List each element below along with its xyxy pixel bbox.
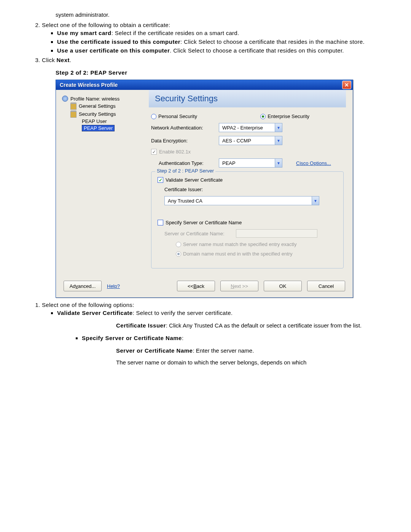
back-button[interactable]: << Back	[177, 281, 215, 291]
cert-options-list: Use my smart card: Select if the certifi…	[57, 29, 396, 54]
checkbox-unchecked-icon	[158, 220, 163, 225]
select-auth-type[interactable]: PEAP ▼	[219, 158, 282, 168]
instruction-item-2-text: Select one of the following to obtain a …	[42, 22, 170, 28]
tree-selected-item: PEAP Server	[82, 125, 115, 131]
dialog-titlebar[interactable]: Create Wireless Profile ✕	[56, 80, 353, 90]
select-cert-issuer[interactable]: Any Trusted CA ▼	[164, 196, 319, 205]
link-cisco-options[interactable]: Cisco Options...	[296, 160, 331, 166]
group-peap-server: Step 2 of 2 : PEAP Server ✓ Validate Ser…	[151, 171, 344, 268]
radio-personal-security[interactable]: Personal Security	[151, 113, 197, 119]
ok-button[interactable]: OK	[264, 281, 302, 291]
label-server-name: Server or Certificate Name:	[164, 231, 233, 236]
opt-issued-label: Use the certificate issued to this compu…	[57, 38, 180, 45]
tree-general-settings[interactable]: General Settings	[62, 102, 146, 110]
close-icon[interactable]: ✕	[342, 81, 351, 89]
radio-domain-ends: Domain name must end in with the specifi…	[176, 251, 293, 257]
select-data-encryption[interactable]: AES - CCMP ▼	[219, 136, 282, 145]
select-network-auth[interactable]: WPA2 - Enterprise ▼	[219, 123, 282, 132]
panel-title: Security Settings	[149, 90, 346, 107]
dialog-footer: Advanced... Help? << Back Next >> OK Can…	[56, 275, 353, 297]
checkbox-enable-8021x: ✓ Enable 802.1x	[151, 149, 191, 155]
post-opt-validate: Validate Server Certificate: Select to v…	[57, 309, 396, 317]
opt-issued-computer: Use the certificate issued to this compu…	[57, 38, 396, 46]
radio-off-icon	[151, 114, 156, 119]
radio-on-icon	[176, 251, 181, 257]
advanced-button[interactable]: Advanced...	[64, 281, 102, 291]
label-data-encryption: Data Encryption:	[151, 138, 216, 144]
cancel-button[interactable]: Cancel	[307, 281, 345, 291]
opt-user-cert: Use a user certificate on this computer.…	[57, 46, 396, 54]
wifi-icon	[62, 96, 68, 102]
radio-off-icon	[176, 242, 181, 247]
lock-icon	[70, 102, 76, 110]
label-network-auth: Network Authentication:	[151, 125, 216, 131]
opt-smartcard: Use my smart card: Select if the certifi…	[57, 29, 396, 37]
lock-icon	[70, 110, 76, 118]
tree-security-settings[interactable]: Security Settings	[62, 110, 146, 118]
radio-on-icon	[260, 114, 266, 119]
chevron-down-icon: ▼	[275, 123, 282, 132]
create-wireless-profile-dialog: Create Wireless Profile ✕ Profile Name: …	[56, 80, 353, 298]
radio-enterprise-security[interactable]: Enterprise Security	[260, 113, 309, 119]
post-opt-specify: Specify Server or Certificate Name:	[82, 334, 396, 342]
nav-tree: Profile Name: wireless General Settings …	[56, 90, 149, 275]
instruction-item-3: Click Next.	[42, 56, 396, 64]
label-auth-type: Authentication Type:	[159, 160, 216, 166]
post-instruction-1: Select one of the following options: Val…	[42, 301, 396, 317]
tree-peap-server[interactable]: PEAP Server	[62, 125, 146, 132]
cert-issuer-paragraph: Certificate Issuer: Click Any Trusted CA…	[116, 322, 396, 329]
dialog-title: Create Wireless Profile	[60, 82, 342, 88]
opt-smartcard-label: Use my smart card	[57, 30, 112, 36]
post-instruction-1-text: Select one of the following options:	[42, 302, 134, 308]
next-button: Next >>	[220, 281, 258, 291]
tree-peap-user[interactable]: PEAP User	[62, 118, 146, 125]
instruction-item-2: Select one of the following to obtain a …	[42, 21, 396, 54]
label-cert-issuer: Certificate Issuer:	[164, 187, 203, 192]
prev-trailing-text: system administrator.	[56, 11, 396, 18]
checkbox-specify-server-name[interactable]: Specify Server or Certificate Name	[158, 220, 242, 225]
chevron-down-icon: ▼	[275, 136, 282, 145]
chevron-down-icon: ▼	[312, 197, 319, 205]
chevron-down-icon: ▼	[275, 159, 282, 167]
checkbox-validate-server-cert[interactable]: ✓ Validate Server Certificate	[158, 177, 223, 183]
instruction-list-bottom: Select one of the following options: Val…	[42, 301, 396, 317]
checkbox-checked-icon: ✓	[158, 177, 163, 183]
checkbox-checked-icon: ✓	[151, 149, 157, 155]
server-name-paragraph-2: The server name or domain to which the s…	[116, 359, 396, 366]
input-server-name	[236, 229, 317, 238]
step-heading: Step 2 of 2: PEAP Server	[56, 69, 396, 76]
help-link[interactable]: Help?	[107, 283, 120, 289]
instruction-list-top: Select one of the following to obtain a …	[42, 21, 396, 64]
radio-match-exact: Server name must match the specified ent…	[176, 241, 296, 247]
server-name-paragraph: Server or Certificate Name: Enter the se…	[116, 347, 396, 354]
group-legend: Step 2 of 2 : PEAP Server	[155, 168, 215, 174]
tree-profile-row[interactable]: Profile Name: wireless	[62, 95, 146, 102]
opt-user-label: Use a user certificate on this computer	[57, 47, 170, 54]
